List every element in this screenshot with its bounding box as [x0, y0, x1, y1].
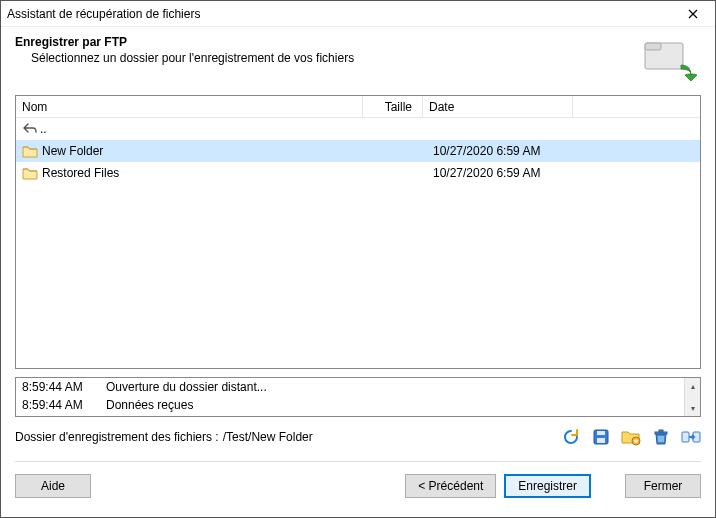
save-icon [592, 428, 610, 446]
parent-folder-label: .. [40, 122, 47, 136]
file-date: 10/27/2020 6:59 AM [427, 166, 577, 180]
transfer-button[interactable] [681, 427, 701, 447]
log-row: 8:59:44 AM Ouverture du dossier distant.… [16, 378, 684, 396]
parent-folder-row[interactable]: .. [16, 118, 700, 140]
wizard-header-text: Enregistrer par FTP Sélectionnez un doss… [15, 35, 639, 81]
svg-rect-3 [597, 438, 605, 443]
table-row[interactable]: New Folder 10/27/2020 6:59 AM [16, 140, 700, 162]
window-title: Assistant de récupération de fichiers [7, 7, 677, 21]
log-row: 8:59:44 AM Données reçues [16, 396, 684, 414]
column-headers: Nom Taille Date [16, 96, 700, 118]
scroll-up-icon[interactable]: ▴ [685, 378, 701, 394]
svg-rect-8 [682, 432, 689, 442]
file-name: Restored Files [40, 166, 367, 180]
file-date: 10/27/2020 6:59 AM [427, 144, 577, 158]
destination-path-value: /Test/New Folder [223, 430, 561, 444]
save-profile-button[interactable] [591, 427, 611, 447]
path-toolbar [561, 427, 701, 447]
log-time: 8:59:44 AM [22, 398, 88, 412]
delete-icon [652, 428, 670, 446]
refresh-button[interactable] [561, 427, 581, 447]
folder-icon [20, 166, 40, 180]
log-time: 8:59:44 AM [22, 380, 88, 394]
wizard-window: Assistant de récupération de fichiers En… [0, 0, 716, 518]
log-scrollbar[interactable]: ▴ ▾ [684, 378, 700, 416]
log-message: Ouverture du dossier distant... [106, 380, 267, 394]
column-header-date[interactable]: Date [423, 96, 573, 117]
wizard-footer: Aide < Précédent Enregistrer Fermer [1, 462, 715, 512]
refresh-icon [562, 428, 580, 446]
column-header-size[interactable]: Taille [363, 96, 423, 117]
svg-rect-4 [597, 431, 605, 435]
remote-file-list: Nom Taille Date .. New Folder 10/ [15, 95, 701, 369]
destination-path-label: Dossier d'enregistrement des fichiers : [15, 430, 219, 444]
table-row[interactable]: Restored Files 10/27/2020 6:59 AM [16, 162, 700, 184]
scroll-down-icon[interactable]: ▾ [685, 400, 701, 416]
window-close-button[interactable] [677, 3, 709, 25]
transfer-icon [681, 429, 701, 445]
log-pane: 8:59:44 AM Ouverture du dossier distant.… [15, 377, 701, 417]
destination-path-row: Dossier d'enregistrement des fichiers : … [1, 417, 715, 447]
log-rows: 8:59:44 AM Ouverture du dossier distant.… [16, 378, 684, 416]
wizard-header: Enregistrer par FTP Sélectionnez un doss… [1, 27, 715, 95]
back-button[interactable]: < Précédent [405, 474, 496, 498]
up-arrow-icon [20, 123, 40, 135]
save-button[interactable]: Enregistrer [504, 474, 591, 498]
file-name: New Folder [40, 144, 367, 158]
new-folder-button[interactable] [621, 427, 641, 447]
file-rows: .. New Folder 10/27/2020 6:59 AM Restore… [16, 118, 700, 368]
svg-rect-1 [645, 43, 661, 50]
wizard-step-subtitle: Sélectionnez un dossier pour l'enregistr… [15, 51, 639, 65]
wizard-step-title: Enregistrer par FTP [15, 35, 639, 49]
close-button[interactable]: Fermer [625, 474, 701, 498]
column-header-spacer [573, 96, 700, 117]
help-button[interactable]: Aide [15, 474, 91, 498]
delete-button[interactable] [651, 427, 671, 447]
new-folder-icon [621, 428, 641, 446]
log-message: Données reçues [106, 398, 193, 412]
titlebar: Assistant de récupération de fichiers [1, 1, 715, 27]
column-header-name[interactable]: Nom [16, 96, 363, 117]
ftp-folder-icon [639, 35, 701, 81]
folder-icon [20, 144, 40, 158]
svg-rect-7 [659, 430, 663, 432]
close-icon [688, 9, 698, 19]
